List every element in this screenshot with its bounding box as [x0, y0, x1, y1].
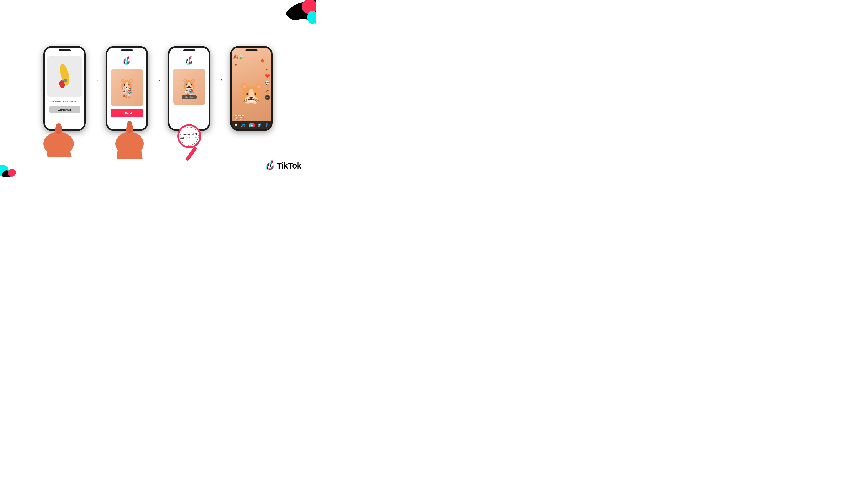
phone4-notch — [245, 50, 257, 51]
content-credentials-label: content credentials — [185, 137, 198, 139]
feed-ai-tag: AI-generated — [234, 117, 244, 119]
comment-icon[interactable]: 💬 102 — [265, 81, 270, 86]
hamster-card-phone2: 🐹 ☕📚 🍂🍃 — [111, 69, 143, 106]
phone4: 🐹 🍂🍃 🍁 ● ● ❤️ 💬 102 — [230, 46, 273, 131]
phone2: 🐹 ☕📚 🍂🍃 ✳ Post — [106, 46, 148, 131]
prompt-input[interactable]: hamster drinking coffee and reading — [47, 98, 82, 104]
svg-point-4 — [8, 169, 16, 176]
nav-me-label: Me — [266, 126, 268, 128]
magnifier-lens: generated with AI content credentials — [177, 124, 201, 148]
uploading-badge: Uploading... — [182, 95, 196, 99]
svg-rect-20 — [181, 138, 184, 138]
prompt-text: hamster drinking coffee and reading — [49, 100, 76, 102]
tiktok-logo-phone3 — [185, 56, 193, 66]
nav-plus-button[interactable]: + — [249, 123, 254, 127]
svg-point-10 — [55, 123, 62, 134]
tiktok-brand: TikTok — [266, 161, 301, 171]
feed-sidebar: ❤️ 💬 102 ↗ — [265, 74, 270, 100]
like-icon[interactable]: ❤️ — [265, 74, 270, 78]
credentials-text: generated with AI — [181, 133, 198, 135]
generate-button[interactable]: Generate — [50, 106, 80, 113]
nav-inbox[interactable]: 📬 Inbox — [258, 123, 261, 128]
phone3-notch — [183, 50, 195, 51]
nav-inbox-label: Inbox — [258, 126, 261, 128]
generate-label: Generate — [58, 108, 72, 111]
arrow2: → — [154, 75, 162, 85]
phone3: 🐹 ☕📚 🍂🍃 Uploading... — [168, 46, 210, 131]
magnifier-group: generated with AI content credentials — [177, 124, 201, 163]
nav-home-label: Home — [235, 126, 238, 128]
content-credentials-logo: content credentials — [181, 136, 198, 139]
post-label: Post — [125, 111, 132, 115]
post-star-icon: ✳ — [122, 111, 124, 115]
nav-me[interactable]: 👤 Me — [265, 123, 269, 128]
nav-friends[interactable]: 👥 Friends — [241, 123, 245, 128]
corner-bottom-left-decoration — [0, 158, 22, 177]
arrow1: → — [92, 75, 100, 85]
hand1-icon — [37, 118, 80, 157]
comment-count: 102 — [266, 85, 269, 86]
phone2-notch — [121, 50, 133, 51]
phone1-screen: hamster drinking coffee and reading Gene… — [45, 48, 84, 129]
phone4-screen: 🐹 🍂🍃 🍁 ● ● ❤️ 💬 102 — [232, 48, 271, 129]
phone1-notch — [59, 50, 70, 51]
paintbrush-icon — [54, 62, 75, 91]
svg-rect-19 — [181, 137, 183, 137]
feed-username: Username — [234, 114, 244, 117]
bottom-nav: 🏠 Home 👥 Friends + 📬 Inbox 👤 Me — [232, 122, 271, 129]
nav-friends-label: Friends — [241, 126, 245, 128]
corner-top-right-decoration — [286, 0, 316, 24]
phone3-frame: 🐹 ☕📚 🍂🍃 Uploading... — [168, 46, 210, 131]
phone3-screen: 🐹 ☕📚 🍂🍃 Uploading... — [169, 48, 209, 129]
svg-point-15 — [126, 121, 132, 133]
hand2-icon — [108, 116, 151, 159]
tiktok-brand-text: TikTok — [277, 161, 301, 170]
nav-home[interactable]: 🏠 Home — [235, 123, 238, 128]
feed-user-info: Username AI-generated ♪ Music · Artist — [234, 114, 244, 120]
phone1: hamster drinking coffee and reading Gene… — [43, 46, 86, 131]
feed-music: ♪ Music · Artist — [234, 119, 244, 120]
hamster-card-phone3: 🐹 ☕📚 🍂🍃 — [173, 69, 205, 105]
ai-canvas — [47, 56, 82, 97]
decor-leaves: 🍂🍃 — [233, 54, 244, 59]
phone4-frame: 🐹 🍂🍃 🍁 ● ● ❤️ 💬 102 — [230, 46, 273, 131]
main-content: hamster drinking coffee and reading Gene… — [43, 46, 273, 131]
tiktok-brand-logo — [266, 161, 275, 171]
music-disc[interactable] — [265, 95, 270, 100]
arrow3: → — [216, 75, 224, 85]
magnifier-handle — [185, 146, 197, 161]
share-icon[interactable]: ↗ — [266, 89, 269, 93]
tiktok-logo-phone2 — [123, 56, 131, 66]
